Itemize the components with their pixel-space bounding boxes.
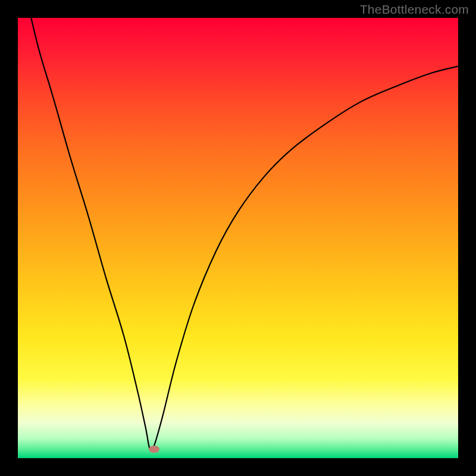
chart-frame: TheBottleneck.com <box>0 0 476 476</box>
curve-layer <box>18 18 458 458</box>
bottleneck-curve <box>31 18 458 451</box>
plot-area <box>18 18 458 458</box>
watermark-text: TheBottleneck.com <box>360 2 469 17</box>
minimum-dot <box>149 446 159 453</box>
